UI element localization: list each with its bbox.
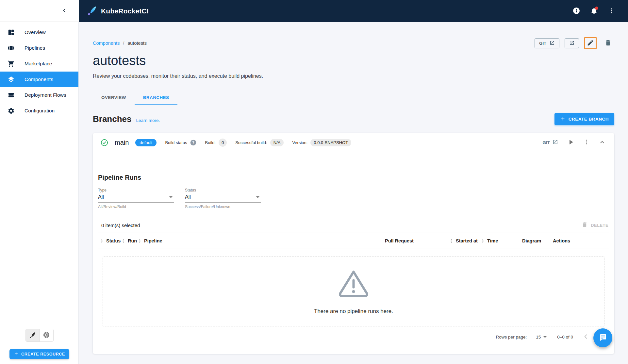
sidebar-header-block xyxy=(0,0,79,22)
rows-per-page-label: Rows per page: xyxy=(496,335,527,339)
sidebar-item-components[interactable]: Components xyxy=(0,72,78,87)
branch-card: main default Build status ? Build: 0 Suc… xyxy=(93,133,614,354)
info-button[interactable] xyxy=(570,5,583,17)
kebab-menu-icon xyxy=(608,8,615,15)
column-header-run[interactable]: Run xyxy=(128,238,137,243)
version-label: Version: xyxy=(292,140,307,145)
learn-more-link[interactable]: Learn more. xyxy=(136,118,160,123)
build-branch-button[interactable] xyxy=(567,138,575,147)
breadcrumb-link-components[interactable]: Components xyxy=(93,41,120,46)
kubernetes-view-toggle[interactable] xyxy=(40,329,53,341)
sidebar-item-deployment-flows[interactable]: Deployment Flows xyxy=(0,87,78,103)
chevron-down-icon xyxy=(543,336,547,338)
filters: Type All All/Review/Build Status All xyxy=(98,188,609,209)
sort-icon[interactable] xyxy=(449,239,454,243)
sidebar-item-label: Pipelines xyxy=(25,45,45,51)
chevron-left-icon xyxy=(582,333,589,341)
sidebar-item-label: Components xyxy=(25,76,53,82)
selected-count-text: 0 item(s) selected xyxy=(101,223,140,228)
branch-accordion-header[interactable]: main default Build status ? Build: 0 Suc… xyxy=(93,133,614,152)
breadcrumb-current: autotests xyxy=(127,41,147,46)
branch-menu-button[interactable] xyxy=(584,139,590,146)
sidebar: Overview Pipelines Marketplace Component… xyxy=(0,22,79,364)
column-header-pipeline[interactable]: Pipeline xyxy=(144,238,162,243)
sidebar-item-label: Deployment Flows xyxy=(25,92,66,98)
sidebar-item-label: Marketplace xyxy=(25,61,52,67)
tab-branches[interactable]: BRANCHES xyxy=(135,90,178,105)
breadcrumb: Components / autotests xyxy=(93,41,147,46)
sidebar-item-label: Overview xyxy=(25,29,46,35)
collapse-accordion-button[interactable] xyxy=(599,139,606,147)
column-header-started-at[interactable]: Started at xyxy=(456,238,478,243)
brand: KubeRocketCI xyxy=(87,5,149,17)
open-external-button[interactable] xyxy=(565,38,579,48)
breadcrumb-separator: / xyxy=(123,41,124,46)
pagination-range: 0–0 of 0 xyxy=(557,335,573,339)
delete-component-button[interactable] xyxy=(602,37,614,49)
sidebar-item-overview[interactable]: Overview xyxy=(0,25,78,40)
branch-git-link[interactable]: GIT xyxy=(543,139,558,146)
git-repo-button[interactable]: GIT xyxy=(535,38,559,48)
dashboard-icon xyxy=(8,29,15,36)
create-branch-button[interactable]: CREATE BRANCH xyxy=(554,113,614,125)
header-actions xyxy=(570,5,618,17)
gear-icon xyxy=(8,107,15,114)
view-toggle-group xyxy=(25,329,54,342)
external-link-icon xyxy=(569,40,574,46)
status-filter-label: Status xyxy=(185,188,261,192)
type-filter-select[interactable]: All xyxy=(98,194,174,203)
trash-icon xyxy=(582,222,588,229)
chevron-down-icon xyxy=(169,196,173,198)
empty-state-message: There are no pipeline runs here. xyxy=(314,308,393,315)
sidebar-item-label: Configuration xyxy=(25,108,55,114)
column-header-actions: Actions xyxy=(553,238,570,243)
sidebar-item-configuration[interactable]: Configuration xyxy=(0,103,78,119)
chat-fab-button[interactable] xyxy=(593,328,612,347)
kebab-menu-icon xyxy=(584,139,590,146)
header-menu-button[interactable] xyxy=(605,5,618,17)
successful-build-label: Successful build: xyxy=(235,140,267,145)
version-badge: 0.0.0-SNAPSHOT xyxy=(310,139,351,146)
pipelines-icon xyxy=(8,44,15,52)
app-title: KubeRocketCI xyxy=(101,7,149,15)
create-resource-button[interactable]: CREATE RESOURCE xyxy=(9,349,69,359)
plus-icon xyxy=(560,116,566,123)
sort-icon[interactable] xyxy=(137,239,142,243)
column-header-time[interactable]: Time xyxy=(487,238,498,243)
build-status-label: Build status xyxy=(165,140,187,145)
column-header-status[interactable]: Status xyxy=(106,238,121,243)
empty-state: There are no pipeline runs here. xyxy=(103,256,604,326)
sidebar-collapse-button[interactable] xyxy=(59,6,70,16)
tab-overview[interactable]: OVERVIEW xyxy=(93,90,135,105)
main-content: Components / autotests GIT xyxy=(79,22,628,364)
external-link-icon xyxy=(550,40,555,46)
help-icon[interactable]: ? xyxy=(190,139,197,146)
type-filter: Type All All/Review/Build xyxy=(98,188,174,209)
successful-build-badge: N/A xyxy=(270,139,284,146)
shopping-cart-icon xyxy=(8,60,15,67)
chevron-left-icon xyxy=(62,8,67,14)
svg-text:?: ? xyxy=(192,141,194,144)
branch-actions: GIT xyxy=(543,138,606,147)
table-header-row: Status Run Pipeline xyxy=(98,233,609,249)
chevron-up-icon xyxy=(599,139,606,147)
sort-icon[interactable] xyxy=(121,239,126,243)
notifications-button[interactable] xyxy=(588,5,600,17)
previous-page-button[interactable] xyxy=(582,333,589,341)
trash-icon xyxy=(604,39,612,47)
sort-icon[interactable] xyxy=(99,239,104,243)
sidebar-item-pipelines[interactable]: Pipelines xyxy=(0,40,78,56)
sort-icon[interactable] xyxy=(480,239,485,243)
edit-component-button[interactable] xyxy=(584,37,597,49)
pencil-icon xyxy=(587,39,594,47)
page-subtitle: Review your codebases, monitor their sta… xyxy=(93,73,614,79)
page-actions: GIT xyxy=(535,37,614,49)
status-filter-select[interactable]: All xyxy=(185,194,261,203)
rows-per-page-select[interactable]: 15 xyxy=(536,335,548,339)
sidebar-item-marketplace[interactable]: Marketplace xyxy=(0,56,78,72)
rocket-view-toggle[interactable] xyxy=(26,329,40,341)
delete-selected-button[interactable]: DELETE xyxy=(582,222,608,229)
app-logo-rocket-icon xyxy=(87,5,97,17)
build-count-badge: 0 xyxy=(219,139,227,147)
play-icon xyxy=(567,138,575,147)
